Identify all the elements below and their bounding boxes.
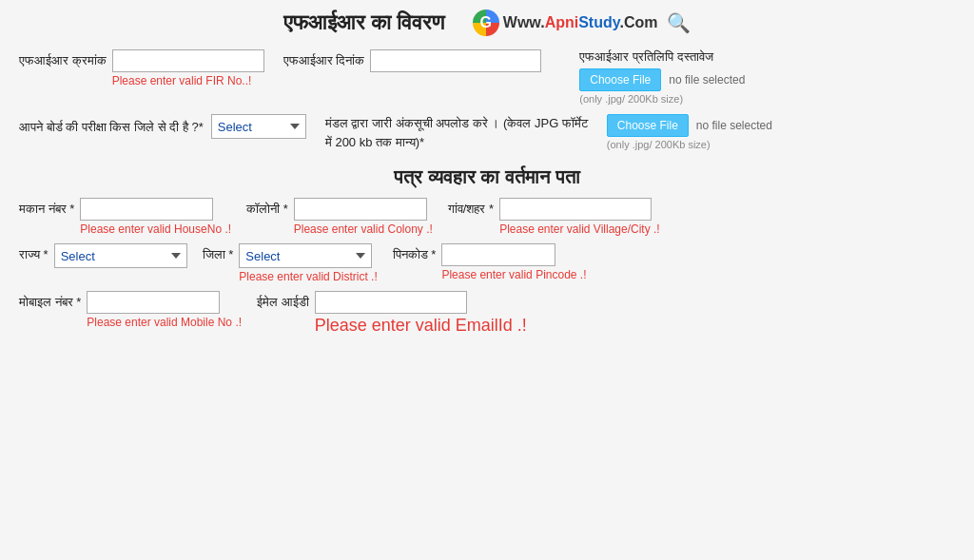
board-no-file-text: no file selected: [696, 119, 772, 132]
mobile-error: Please enter valid Mobile No .!: [87, 316, 242, 329]
email-input[interactable]: [315, 291, 467, 314]
address-row-2: राज्य * Select जिला * Select Please ente…: [19, 243, 955, 283]
main-page: एफआईआर का विवरण G Www.ApniStudy.Com 🔍 एफ…: [0, 0, 974, 560]
google-logo: G: [473, 10, 499, 36]
house-label: मकान नंबर *: [19, 202, 74, 217]
mobile-input-group: Please enter valid Mobile No .!: [87, 291, 242, 329]
brand-area: G Www.ApniStudy.Com 🔍: [473, 10, 692, 36]
colony-field: कॉलोनी * Please enter valid Colony .!: [246, 198, 433, 236]
mobile-field: मोबाइल नंबर * Please enter valid Mobile …: [19, 291, 242, 329]
fir-number-error: Please enter valid FIR No..!: [112, 74, 264, 87]
brand-com: .Com: [619, 14, 657, 30]
district-label: जिला *: [203, 247, 234, 262]
fir-number-input[interactable]: [112, 49, 264, 72]
district-field: जिला * Select Please enter valid Distric…: [203, 243, 378, 283]
fir-section: एफआईआर क्रमांक Please enter valid FIR No…: [19, 49, 955, 155]
mobile-input[interactable]: [87, 291, 220, 314]
state-select[interactable]: Select: [54, 243, 187, 268]
fir-date-input[interactable]: [370, 49, 541, 72]
fir-file-size: (only .jpg/ 200Kb size): [579, 93, 745, 105]
fir-date-field: एफआईआर दिनांक: [283, 49, 542, 72]
house-input[interactable]: [80, 198, 213, 221]
fir-no-file-text: no file selected: [669, 73, 745, 87]
colony-input[interactable]: [294, 198, 427, 221]
pincode-label: पिनकोड *: [393, 247, 437, 262]
village-field: गांव/शहर * Please enter valid Village/Ci…: [448, 198, 660, 236]
fir-number-input-group: Please enter valid FIR No..!: [112, 49, 264, 87]
fir-date-input-group: [370, 49, 541, 72]
board-choose-file-btn[interactable]: Choose File: [607, 114, 689, 137]
brand-text: Www.ApniStudy.Com: [503, 14, 658, 31]
board-file-size: (only .jpg/ 200Kb size): [607, 139, 772, 150]
village-input-group: Please enter valid Village/City .!: [499, 198, 660, 236]
brand-www: Www.: [503, 14, 545, 30]
district-input-group: Select Please enter valid District .!: [239, 243, 377, 283]
colony-error: Please enter valid Colony .!: [294, 222, 433, 236]
board-upload-label: मंडल द्वारा जारी अंकसूची अपलोड करे । (के…: [325, 114, 592, 151]
address-row-1: मकान नंबर * Please enter valid HouseNo .…: [19, 198, 955, 236]
email-field: ईमेल आईडी Please enter valid EmailId .!: [257, 291, 527, 336]
state-input-group: Select: [54, 243, 187, 268]
pincode-field: पिनकोड * Please enter valid Pincode .!: [393, 243, 587, 281]
village-label: गांव/शहर *: [448, 202, 494, 217]
state-label: राज्य *: [19, 247, 49, 262]
house-error: Please enter valid HouseNo .!: [80, 222, 231, 236]
pincode-input-group: Please enter valid Pincode .!: [441, 243, 586, 281]
colony-input-group: Please enter valid Colony .!: [294, 198, 433, 236]
house-input-group: Please enter valid HouseNo .!: [80, 198, 231, 236]
village-input[interactable]: [499, 198, 652, 221]
board-label: आपने बोर्ड की परीक्षा किस जिले से दी है …: [19, 118, 204, 137]
email-input-group: Please enter valid EmailId .!: [315, 291, 527, 336]
brand-study: Study: [578, 14, 619, 30]
fir-date-label: एफआईआर दिनांक: [283, 53, 365, 68]
fir-number-label: एफआईआर क्रमांक: [19, 53, 107, 68]
board-left: आपने बोर्ड की परीक्षा किस जिले से दी है …: [19, 114, 306, 139]
fir-doc-area: एफआईआर प्रतिलिपि दस्तावेज Choose File no…: [579, 49, 745, 105]
village-error: Please enter valid Village/City .!: [499, 222, 660, 236]
board-district-select[interactable]: Select: [211, 114, 306, 139]
email-label: ईमेल आईडी: [257, 295, 309, 310]
fir-doc-label: एफआईआर प्रतिलिपि दस्तावेज: [579, 49, 745, 65]
page-title: एफआईआर का विवरण: [283, 10, 444, 35]
address-section-title: पत्र व्यवहार का वर्तमान पता: [19, 166, 955, 188]
board-right-group: मंडल द्वारा जारी अंकसूची अपलोड करे । (के…: [325, 114, 772, 155]
brand-apni: Apni: [545, 14, 579, 30]
board-row: आपने बोर्ड की परीक्षा किस जिले से दी है …: [19, 114, 955, 155]
pincode-input[interactable]: [441, 243, 555, 266]
address-section: मकान नंबर * Please enter valid HouseNo .…: [19, 198, 955, 336]
address-row-3: मोबाइल नंबर * Please enter valid Mobile …: [19, 291, 955, 336]
header-row: एफआईआर का विवरण G Www.ApniStudy.Com 🔍: [19, 10, 955, 36]
colony-label: कॉलोनी *: [246, 202, 288, 217]
fir-row: एफआईआर क्रमांक Please enter valid FIR No…: [19, 49, 955, 105]
district-error: Please enter valid District .!: [239, 270, 377, 283]
district-select[interactable]: Select: [239, 243, 372, 268]
fir-choose-file-row: Choose File no file selected: [579, 68, 745, 91]
state-field: राज्य * Select: [19, 243, 187, 268]
mobile-label: मोबाइल नंबर *: [19, 295, 81, 310]
board-choose-file-row: Choose File no file selected: [607, 114, 772, 137]
email-error: Please enter valid EmailId .!: [315, 316, 527, 336]
fir-number-field: एफआईआर क्रमांक Please enter valid FIR No…: [19, 49, 264, 87]
fir-choose-file-btn[interactable]: Choose File: [579, 68, 661, 91]
board-file-area: Choose File no file selected (only .jpg/…: [607, 114, 772, 150]
house-field: मकान नंबर * Please enter valid HouseNo .…: [19, 198, 231, 236]
search-icon[interactable]: 🔍: [667, 11, 691, 34]
pincode-error: Please enter valid Pincode .!: [441, 268, 586, 281]
